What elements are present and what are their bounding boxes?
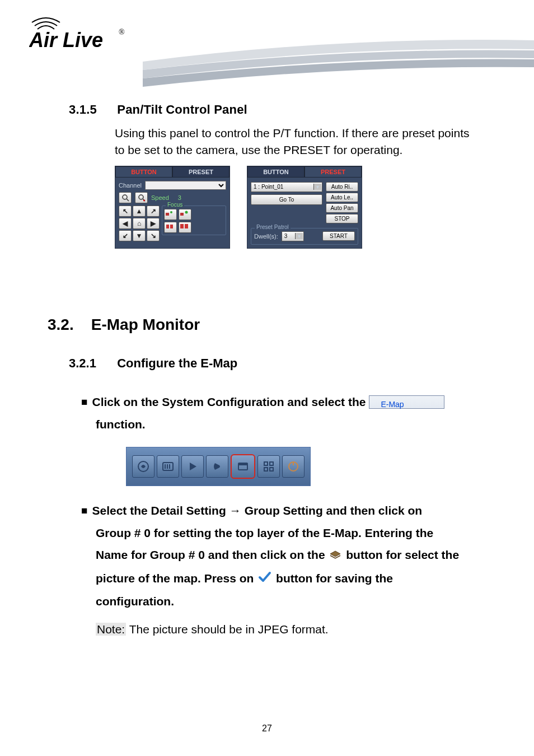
- ptz-panels-figure: BUTTON PRESET Channel Speed 3 ↖: [115, 166, 470, 249]
- heading-321-title: Configure the E-Map: [117, 356, 237, 370]
- channel-label: Channel: [119, 182, 142, 189]
- pan-down[interactable]: ▼: [133, 230, 146, 241]
- pan-up-left[interactable]: ↖: [119, 206, 132, 217]
- tb-btn-emap-highlighted[interactable]: [231, 454, 255, 479]
- channel-select[interactable]: [145, 181, 226, 190]
- start-button[interactable]: START: [322, 231, 355, 241]
- svg-rect-15: [185, 224, 188, 228]
- preset-point-select[interactable]: 1 : Point_01 ▾: [251, 182, 322, 192]
- dropdown-arrow-icon: ▾: [295, 233, 303, 239]
- svg-rect-24: [270, 462, 273, 465]
- svg-rect-14: [180, 224, 184, 228]
- pan-left[interactable]: ◀: [119, 218, 132, 229]
- preset-point-value: 1 : Point_01: [252, 184, 283, 190]
- goto-button[interactable]: Go To: [251, 194, 322, 205]
- speed-value: 3: [178, 194, 181, 201]
- svg-line-3: [127, 199, 129, 201]
- auto-left-button[interactable]: Auto Le..: [326, 193, 358, 202]
- heading-315-title: Pan/Tilt Control Panel: [117, 102, 247, 116]
- bullet2-l4-pre: picture of the map. Press on: [96, 572, 254, 585]
- svg-rect-25: [264, 468, 268, 471]
- tb-btn-6[interactable]: [257, 455, 280, 478]
- heading-321: 3.2.1 Configure the E-Map: [69, 356, 470, 371]
- auto-right-button[interactable]: Auto Ri..: [326, 182, 358, 192]
- tb-btn-2[interactable]: [157, 455, 179, 478]
- tab-preset-inactive[interactable]: PRESET: [172, 166, 229, 178]
- save-check-icon: [258, 568, 271, 590]
- bullet2-l4-post: button for saving the: [276, 572, 393, 585]
- dwell-select[interactable]: 3 ▾: [282, 231, 304, 241]
- bullet2-l5: configuration.: [96, 590, 470, 613]
- bullet2-l3-pre: Name for Group # 0 and then click on the: [96, 548, 325, 561]
- dwell-value: 3: [283, 233, 288, 239]
- iris-close[interactable]: [164, 222, 177, 233]
- svg-rect-26: [270, 468, 273, 471]
- iris-open[interactable]: [179, 222, 191, 233]
- tb-btn-3[interactable]: [181, 455, 204, 478]
- paragraph-315: Using this panel to control the P/T func…: [115, 125, 470, 159]
- page-number: 27: [0, 724, 534, 734]
- emap-menu-button[interactable]: E-Map: [369, 395, 444, 409]
- bullet2-l1-post: Group Setting and then click on: [245, 500, 422, 522]
- heading-32: 3.2. E-Map Monitor: [48, 316, 470, 334]
- tb-btn-1[interactable]: [132, 455, 154, 478]
- dropdown-arrow-icon: ▾: [313, 184, 321, 190]
- heading-32-number: 3.2.: [48, 316, 87, 334]
- toolbar-figure: [126, 447, 470, 486]
- svg-point-9: [170, 211, 172, 213]
- bullet-2: ■ Select the Detail Setting → Group Sett…: [81, 500, 470, 613]
- focus-far[interactable]: [179, 209, 191, 220]
- svg-rect-12: [166, 225, 169, 228]
- auto-pan-button[interactable]: Auto Pan: [326, 203, 358, 213]
- header-swoosh: [143, 39, 534, 87]
- heading-321-number: 3.2.1: [69, 356, 114, 371]
- tab-button-active[interactable]: BUTTON: [115, 166, 172, 178]
- heading-315: 3.1.5 Pan/Tilt Control Panel: [69, 102, 470, 117]
- tab-preset-active[interactable]: PRESET: [305, 166, 362, 178]
- bullet-square-icon: ■: [81, 501, 87, 521]
- svg-rect-19: [167, 464, 168, 469]
- bullet2-l3-post: button for select the: [346, 548, 459, 561]
- note-text: The picture should be in JPEG format.: [129, 623, 329, 636]
- note: Note: The picture should be in JPEG form…: [96, 623, 470, 636]
- zoom-in-button[interactable]: [135, 192, 148, 203]
- focus-group: Focus: [162, 206, 226, 235]
- pan-up-right[interactable]: ↗: [147, 206, 160, 217]
- dwell-label: Dwell(s):: [254, 233, 278, 240]
- tb-btn-7[interactable]: [282, 455, 305, 478]
- svg-text:Air Live: Air Live: [29, 29, 103, 52]
- note-label: Note:: [96, 623, 126, 636]
- pan-right[interactable]: ▶: [147, 218, 160, 229]
- focus-near[interactable]: [164, 209, 177, 220]
- stop-button[interactable]: STOP: [326, 214, 358, 223]
- svg-point-11: [185, 211, 188, 213]
- bullet-1: ■ Click on the System Configuration and …: [81, 391, 470, 486]
- heading-315-number: 3.1.5: [69, 102, 114, 117]
- tab-button-inactive[interactable]: BUTTON: [247, 166, 305, 178]
- map-layer-icon: [329, 545, 341, 567]
- patrol-legend: Preset Patrol: [255, 224, 291, 230]
- speed-label: Speed: [151, 194, 169, 201]
- pan-up[interactable]: ▲: [133, 206, 146, 217]
- heading-32-title: E-Map Monitor: [91, 316, 200, 333]
- ptz-arrow-pad: ↖ ▲ ↗ ◀ ⌂ ▶ ↙ ▼ ↘: [119, 206, 160, 241]
- svg-rect-20: [169, 464, 170, 469]
- svg-rect-23: [264, 462, 268, 465]
- bullet-square-icon: ■: [81, 392, 87, 412]
- page-header: Air Live ®: [0, 0, 534, 76]
- svg-rect-22: [238, 463, 247, 465]
- pan-down-right[interactable]: ↘: [147, 230, 160, 241]
- pan-down-left[interactable]: ↙: [119, 230, 132, 241]
- svg-point-4: [139, 195, 143, 199]
- svg-rect-18: [165, 464, 166, 469]
- bullet1-post: function.: [96, 413, 470, 436]
- logo: Air Live ®: [29, 12, 130, 58]
- svg-point-2: [123, 195, 127, 199]
- tb-btn-4[interactable]: [206, 455, 228, 478]
- bullet2-l2: Group # 0 for setting the top layer of t…: [96, 522, 470, 544]
- pan-home[interactable]: ⌂: [133, 218, 146, 229]
- svg-text:®: ®: [119, 28, 125, 36]
- ptz-panel-button: BUTTON PRESET Channel Speed 3 ↖: [115, 166, 230, 249]
- svg-rect-8: [166, 213, 169, 216]
- zoom-out-button[interactable]: [119, 192, 132, 203]
